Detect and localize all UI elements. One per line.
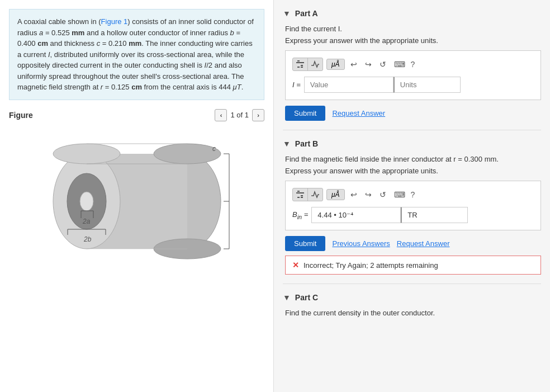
part-c-title: Part C — [295, 293, 318, 302]
incorrect-text: Incorrect; Try Again; 2 attempts remaini… — [304, 261, 438, 270]
part-a-toolbar: μÅ ↩ ↪ ↺ ⌨ ? — [292, 58, 534, 71]
part-a-reset-btn[interactable]: ↺ — [377, 59, 388, 70]
part-b-submit-btn[interactable]: Submit — [285, 236, 325, 251]
part-b-subinstruction: Express your answer with the appropriate… — [285, 167, 541, 175]
figure-next-btn[interactable]: › — [252, 109, 264, 121]
svg-rect-29 — [301, 67, 303, 68]
cable-svg: c 2a 2b — [31, 126, 243, 266]
part-a-section: ▼ Part A Find the current I. Express you… — [283, 9, 541, 121]
part-b-section: ▼ Part B Find the magnetic field inside … — [283, 139, 541, 275]
figure-prev-btn[interactable]: ‹ — [215, 109, 227, 121]
part-c-section: ▼ Part C Find the current density in the… — [283, 293, 541, 317]
part-b-fraction-icon[interactable] — [293, 188, 308, 201]
part-a-input-label: I = — [292, 81, 301, 89]
svg-rect-28 — [297, 67, 300, 68]
part-c-content: Find the current density in the outer co… — [283, 309, 541, 317]
figure-label: Figure — [9, 111, 33, 120]
svg-rect-25 — [296, 62, 304, 63]
part-b-help-btn[interactable]: ? — [411, 190, 415, 199]
part-b-units-input[interactable] — [401, 207, 468, 223]
part-b-redo-btn[interactable]: ↪ — [363, 189, 374, 200]
part-c-instruction: Find the current density in the outer co… — [285, 309, 541, 317]
part-a-action-row: Submit Request Answer — [285, 106, 541, 121]
part-a-mu-a-btn[interactable]: μÅ — [326, 59, 345, 70]
part-a-value-input[interactable] — [304, 77, 393, 93]
part-a-title: Part A — [295, 9, 318, 18]
svg-point-3 — [154, 144, 221, 164]
figure-header: Figure ‹ 1 of 1 › — [9, 109, 264, 121]
part-a-subinstruction: Express your answer with the appropriate… — [285, 36, 541, 45]
svg-point-4 — [53, 144, 120, 164]
part-a-format-group[interactable] — [292, 58, 323, 71]
svg-point-10 — [80, 192, 93, 211]
part-a-units-input[interactable] — [393, 77, 461, 93]
svg-rect-30 — [296, 192, 304, 193]
part-a-header: ▼ Part A — [283, 9, 541, 18]
svg-rect-26 — [297, 60, 300, 62]
part-b-input-label: Bin = — [292, 210, 308, 220]
figure-section: Figure ‹ 1 of 1 › — [9, 109, 264, 266]
part-a-kbd-btn[interactable]: ⌨ — [392, 59, 407, 70]
divider-bc — [283, 284, 541, 284]
part-b-toolbar: μÅ ↩ ↪ ↺ ⌨ ? — [292, 188, 534, 201]
part-a-redo-btn[interactable]: ↪ — [363, 59, 374, 70]
svg-rect-31 — [297, 191, 300, 192]
figure-image: c 2a 2b — [31, 126, 243, 266]
svg-rect-32 — [301, 195, 303, 196]
right-panel: ▼ Part A Find the current I. Express you… — [274, 0, 550, 392]
part-b-reset-btn[interactable]: ↺ — [377, 189, 388, 200]
part-a-undo-btn[interactable]: ↩ — [348, 59, 359, 70]
left-panel: A coaxial cable shown in (Figure 1) cons… — [0, 0, 274, 392]
part-b-mu-a-btn[interactable]: μÅ — [326, 189, 345, 200]
problem-text-box: A coaxial cable shown in (Figure 1) cons… — [9, 9, 264, 100]
svg-text:2a: 2a — [82, 218, 91, 225]
part-c-header: ▼ Part C — [283, 293, 541, 302]
part-b-undo-btn[interactable]: ↩ — [348, 189, 359, 200]
part-b-action-row: Submit Previous Answers Request Answer — [285, 236, 541, 251]
part-b-title: Part B — [295, 139, 318, 148]
part-b-header: ▼ Part B — [283, 139, 541, 148]
part-a-submit-btn[interactable]: Submit — [285, 106, 325, 121]
part-b-incorrect-msg: ✕ Incorrect; Try Again; 2 attempts remai… — [285, 256, 541, 275]
part-a-instruction: Find the current I. — [285, 25, 541, 33]
part-b-format-group[interactable] — [292, 188, 323, 201]
part-b-previous-answers-btn[interactable]: Previous Answers — [332, 239, 390, 248]
part-b-request-answer-btn[interactable]: Request Answer — [397, 239, 450, 248]
part-a-collapse-arrow[interactable]: ▼ — [283, 9, 291, 18]
part-b-value-input[interactable] — [311, 207, 401, 223]
divider-ab — [283, 130, 541, 130]
part-a-content: Find the current I. Express your answer … — [283, 25, 541, 121]
incorrect-x-icon: ✕ — [292, 261, 299, 270]
part-b-kbd-btn[interactable]: ⌨ — [392, 189, 407, 200]
part-b-input-row: Bin = — [292, 207, 534, 223]
part-b-content: Find the magnetic field inside the inner… — [283, 155, 541, 275]
svg-text:c: c — [212, 145, 216, 153]
figure-counter: 1 of 1 — [230, 111, 249, 119]
part-a-fraction-icon[interactable] — [293, 58, 308, 70]
part-b-answer-box: μÅ ↩ ↪ ↺ ⌨ ? Bin = — [285, 181, 541, 230]
part-a-help-btn[interactable]: ? — [411, 60, 415, 69]
part-b-sqrt-icon[interactable] — [308, 188, 323, 201]
svg-rect-33 — [297, 197, 300, 198]
svg-rect-34 — [301, 197, 303, 198]
part-a-sqrt-icon[interactable] — [308, 58, 323, 70]
part-b-instruction: Find the magnetic field inside the inner… — [285, 155, 541, 163]
part-b-collapse-arrow[interactable]: ▼ — [283, 139, 291, 148]
part-a-input-row: I = — [292, 77, 534, 93]
figure-link[interactable]: Figure 1 — [101, 17, 128, 26]
part-c-collapse-arrow[interactable]: ▼ — [283, 293, 291, 302]
figure-nav: ‹ 1 of 1 › — [215, 109, 264, 121]
svg-rect-27 — [301, 65, 303, 66]
svg-text:2b: 2b — [83, 235, 92, 243]
part-a-request-answer-btn[interactable]: Request Answer — [332, 109, 385, 117]
part-a-answer-box: μÅ ↩ ↪ ↺ ⌨ ? I = — [285, 50, 541, 100]
